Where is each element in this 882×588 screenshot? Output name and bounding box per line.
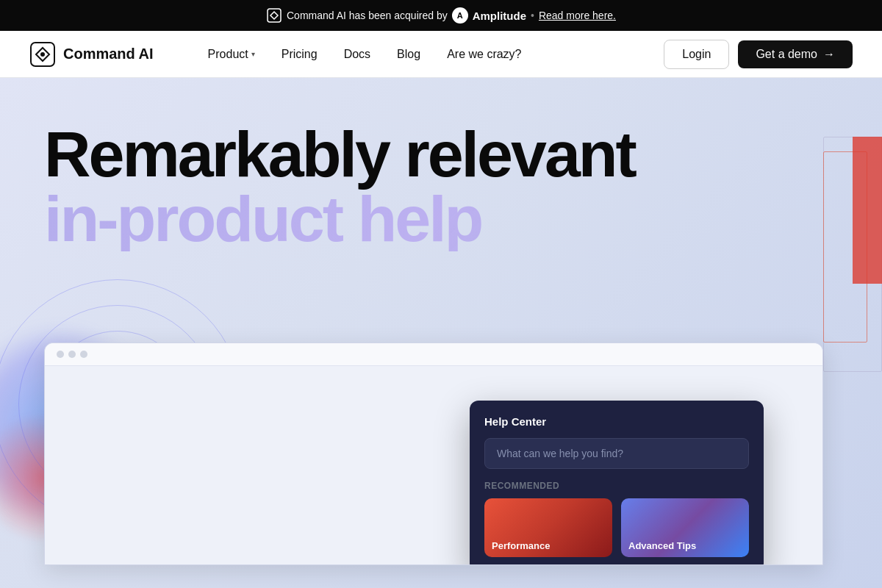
- nav-product[interactable]: Product ▾: [198, 42, 265, 67]
- get-demo-button[interactable]: Get a demo →: [738, 40, 853, 68]
- navbar: Command AI Product ▾ Pricing Docs Blog A…: [0, 31, 882, 78]
- recommended-card-2[interactable]: Advanced Tips: [621, 498, 749, 557]
- logo-text: Command AI: [63, 46, 154, 62]
- hero-headline-1: Remarkably relevant: [44, 122, 838, 187]
- nav-actions: Login Get a demo →: [664, 40, 853, 69]
- browser-content: Help Center What can we help you find? R…: [45, 366, 822, 564]
- rec-card-2-label: Advanced Tips: [628, 540, 696, 551]
- browser-dot-1: [57, 351, 64, 358]
- amplitude-logo-icon: A: [452, 7, 468, 24]
- help-search-field[interactable]: What can we help you find?: [484, 438, 749, 469]
- hero-headline-2: in-product help: [44, 187, 838, 251]
- nav-pricing[interactable]: Pricing: [271, 42, 328, 67]
- browser-mockup: Help Center What can we help you find? R…: [44, 343, 823, 565]
- browser-dot-3: [80, 351, 87, 358]
- rec-card-1-label: Performance: [492, 540, 550, 551]
- browser-dot-2: [68, 351, 76, 358]
- product-chevron-icon: ▾: [251, 50, 255, 58]
- recommended-card-1[interactable]: Performance: [484, 498, 612, 557]
- recommended-label: Recommended: [484, 481, 749, 491]
- help-center-title: Help Center: [484, 415, 749, 428]
- nav-docs[interactable]: Docs: [334, 42, 381, 67]
- nav-links: Product ▾ Pricing Docs Blog Are we crazy…: [198, 42, 664, 67]
- help-center-widget: Help Center What can we help you find? R…: [470, 401, 764, 564]
- announcement-separator: •: [531, 10, 534, 21]
- announcement-text-before: Command AI has been acquired by: [287, 10, 448, 21]
- demo-arrow-icon: →: [823, 48, 835, 61]
- login-button[interactable]: Login: [664, 40, 729, 69]
- logo[interactable]: Command AI: [29, 41, 154, 68]
- announcement-brand: Amplitude: [473, 10, 526, 22]
- nav-blog[interactable]: Blog: [387, 42, 431, 67]
- hero-text: Remarkably relevant in-product help: [0, 78, 882, 251]
- commandai-logo-icon: [266, 7, 282, 24]
- svg-point-2: [40, 52, 45, 57]
- announcement-bar: Command AI has been acquired by A Amplit…: [0, 0, 882, 31]
- svg-rect-0: [268, 9, 281, 22]
- hero-section: Remarkably relevant in-product help Help…: [0, 78, 882, 588]
- announcement-cta[interactable]: Read more here.: [539, 10, 616, 21]
- recommended-cards: Performance Advanced Tips: [484, 498, 749, 557]
- browser-titlebar: [45, 343, 822, 366]
- nav-crazy[interactable]: Are we crazy?: [437, 42, 531, 67]
